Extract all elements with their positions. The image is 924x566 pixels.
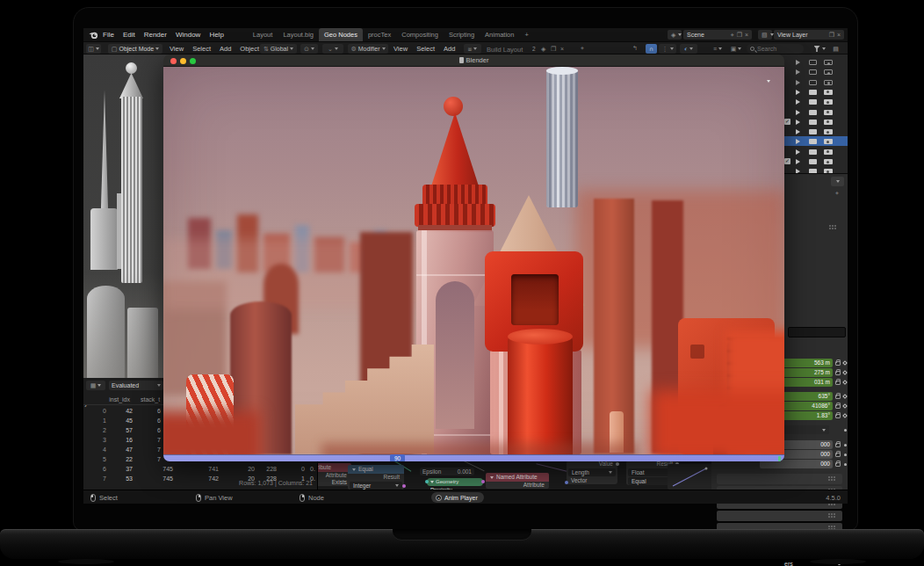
lock-icon[interactable] bbox=[835, 453, 841, 457]
hide-in-viewport-icon[interactable] bbox=[809, 129, 817, 134]
filter-dropdown[interactable]: ≡ bbox=[709, 44, 726, 54]
snap-dropdown[interactable]: ⌄ bbox=[322, 44, 343, 54]
transform-orientation-dropdown[interactable]: ⇅Global bbox=[260, 44, 297, 54]
viewport-menu-select[interactable]: Select bbox=[188, 42, 215, 55]
parent-tree-icon[interactable]: ↰ bbox=[632, 45, 638, 52]
disable-in-renders-icon[interactable] bbox=[824, 149, 833, 155]
selectable-toggle-icon[interactable] bbox=[796, 60, 800, 65]
node-geometry-proximity[interactable]: Geometry Proximity bbox=[427, 478, 483, 486]
tab-scripting[interactable]: Scripting bbox=[444, 28, 480, 41]
section-grip[interactable] bbox=[828, 513, 830, 515]
selectable-toggle-icon[interactable] bbox=[796, 129, 800, 134]
node-tree-browse-button[interactable]: ⧈ bbox=[464, 44, 481, 54]
editor-type-dropdown[interactable]: ◫ bbox=[86, 44, 101, 54]
scene-selector[interactable]: Scene ⌖❐× bbox=[683, 30, 752, 40]
collapsed-section[interactable] bbox=[717, 474, 842, 484]
selectable-toggle-icon[interactable] bbox=[796, 139, 800, 144]
menu-help[interactable]: Help bbox=[205, 28, 227, 41]
copy-icon[interactable]: ❐ bbox=[551, 46, 556, 53]
disable-in-renders-icon[interactable] bbox=[824, 90, 833, 95]
scene-browse-button[interactable]: ◈ bbox=[668, 30, 682, 40]
lock-icon[interactable] bbox=[835, 381, 841, 385]
socket-result[interactable] bbox=[402, 484, 406, 488]
keyframe-diamond-icon[interactable] bbox=[842, 380, 848, 385]
selectable-toggle-icon[interactable] bbox=[796, 159, 800, 164]
node-menu-view[interactable]: View bbox=[389, 42, 412, 55]
animate-dot-icon[interactable] bbox=[844, 429, 847, 432]
selectable-toggle-icon[interactable] bbox=[796, 80, 800, 85]
section-grip[interactable] bbox=[828, 526, 830, 527]
hide-in-viewport-icon[interactable] bbox=[809, 139, 817, 144]
node-tree-name[interactable]: Build Layout bbox=[487, 46, 523, 54]
disable-in-renders-icon[interactable] bbox=[824, 129, 833, 134]
hide-in-viewport-icon[interactable] bbox=[809, 110, 817, 115]
node-menu-add[interactable]: Add bbox=[439, 42, 459, 55]
lock-icon[interactable] bbox=[835, 395, 841, 399]
socket-vector[interactable] bbox=[565, 481, 568, 484]
hide-in-viewport-icon[interactable] bbox=[809, 69, 817, 75]
lock-icon[interactable] bbox=[835, 361, 841, 366]
breadcrumb-collapse-button[interactable] bbox=[831, 177, 844, 186]
display-mode-dropdown[interactable]: ▣ bbox=[727, 44, 745, 54]
overlays-dropdown[interactable]: ◐ bbox=[680, 44, 697, 54]
selectable-toggle-icon[interactable] bbox=[796, 120, 800, 125]
keyframe-diamond-icon[interactable] bbox=[842, 370, 848, 375]
pin-icon[interactable]: ⌖ bbox=[581, 45, 584, 52]
region-collapse-chevron[interactable] bbox=[767, 70, 776, 77]
menu-window[interactable]: Window bbox=[171, 28, 205, 41]
close-icon[interactable]: × bbox=[837, 32, 841, 39]
menu-file[interactable]: File bbox=[98, 28, 119, 41]
anim-progress-strip[interactable]: 90 bbox=[163, 454, 784, 461]
pin-icon[interactable]: ⌖ bbox=[731, 32, 734, 39]
view-layer-browse-button[interactable]: ▧ bbox=[758, 30, 772, 40]
tab-geo-nodes[interactable]: Geo Nodes bbox=[319, 28, 363, 41]
disable-in-renders-icon[interactable] bbox=[824, 69, 833, 75]
outliner-options-icon[interactable]: ▤ bbox=[830, 44, 841, 54]
hide-in-viewport-icon[interactable] bbox=[809, 60, 817, 65]
selectable-toggle-icon[interactable] bbox=[796, 90, 800, 95]
equal-type-dropdown[interactable]: Integer bbox=[350, 482, 402, 490]
fake-user-shield-icon[interactable]: ◈ bbox=[541, 46, 545, 53]
node-compare-equal[interactable]: Equal Result Integer bbox=[348, 465, 404, 490]
snap-toggle[interactable]: ∩ bbox=[646, 44, 657, 54]
tab-proctex[interactable]: procTex bbox=[363, 28, 396, 41]
hide-in-viewport-icon[interactable] bbox=[809, 149, 817, 155]
spreadsheet-type-dropdown[interactable]: ▦ bbox=[86, 381, 105, 390]
anim-player-indicator[interactable]: Anim Player bbox=[431, 492, 484, 503]
render-window[interactable]: Blender bbox=[163, 54, 784, 461]
pivot-point-dropdown[interactable]: ⊙ bbox=[300, 44, 318, 54]
selectable-toggle-icon[interactable] bbox=[796, 110, 800, 115]
keyframe-diamond-icon[interactable] bbox=[842, 403, 848, 409]
window-titlebar[interactable]: Blender bbox=[163, 54, 784, 67]
copy-icon[interactable]: ❐ bbox=[829, 32, 834, 39]
viewport-menu-add[interactable]: Add bbox=[215, 42, 235, 55]
outliner-filter-button[interactable] bbox=[811, 44, 828, 54]
disable-in-renders-icon[interactable] bbox=[824, 159, 833, 164]
hide-in-viewport-icon[interactable] bbox=[809, 80, 817, 85]
lock-icon[interactable] bbox=[835, 462, 841, 467]
selectable-toggle-icon[interactable] bbox=[796, 69, 800, 75]
close-icon[interactable]: × bbox=[745, 32, 748, 39]
viewport-menu-view[interactable]: View bbox=[165, 42, 188, 55]
stop-icon[interactable] bbox=[436, 495, 442, 501]
close-icon[interactable]: × bbox=[560, 46, 564, 52]
collapsed-section[interactable] bbox=[717, 511, 842, 521]
socket-value[interactable] bbox=[616, 462, 619, 466]
tab--[interactable]: + bbox=[519, 28, 533, 41]
disable-in-renders-icon[interactable] bbox=[824, 139, 833, 144]
disable-in-renders-icon[interactable] bbox=[824, 110, 833, 115]
keyframe-diamond-icon[interactable] bbox=[842, 413, 848, 418]
view-layer-selector[interactable]: View Layer ❐× bbox=[774, 30, 844, 40]
epsilon-field[interactable]: Epsilon0.001 bbox=[420, 468, 474, 475]
copy-icon[interactable]: ❐ bbox=[737, 32, 742, 39]
dataset-dropdown[interactable]: Evaluated bbox=[109, 381, 163, 390]
tab-layout-big[interactable]: Layout.big bbox=[278, 28, 319, 41]
lock-icon[interactable] bbox=[835, 404, 841, 409]
tab-compositing[interactable]: Compositing bbox=[396, 28, 444, 41]
tab-animation[interactable]: Animation bbox=[480, 28, 519, 41]
node-vector-math[interactable]: Value Length Vector bbox=[567, 461, 617, 484]
object-name-field[interactable] bbox=[788, 327, 846, 337]
section-grip[interactable] bbox=[828, 476, 830, 478]
checkbox[interactable] bbox=[784, 119, 790, 125]
menu-render[interactable]: Render bbox=[140, 28, 171, 41]
